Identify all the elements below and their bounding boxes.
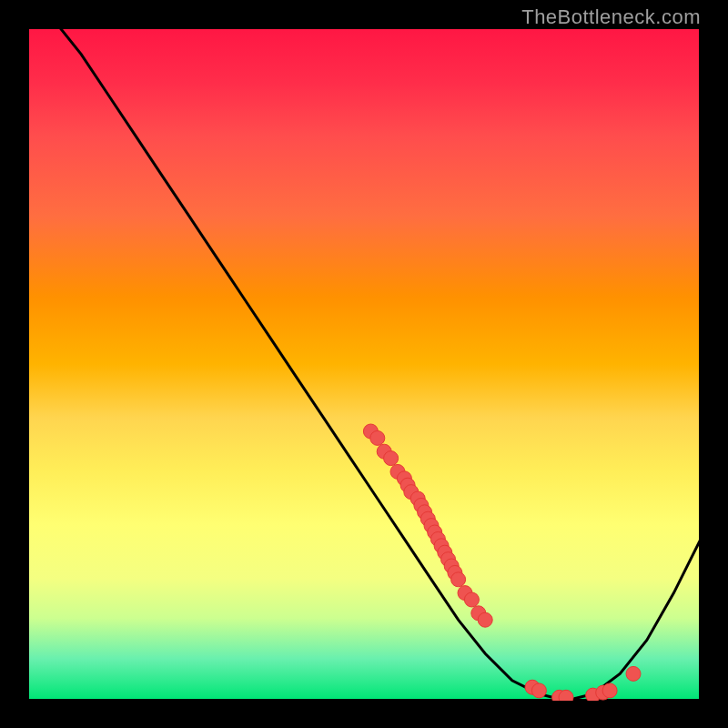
chart-container: TheBottleneck.com — [0, 0, 728, 728]
watermark-text: TheBottleneck.com — [521, 5, 701, 29]
plot-background — [27, 27, 701, 701]
